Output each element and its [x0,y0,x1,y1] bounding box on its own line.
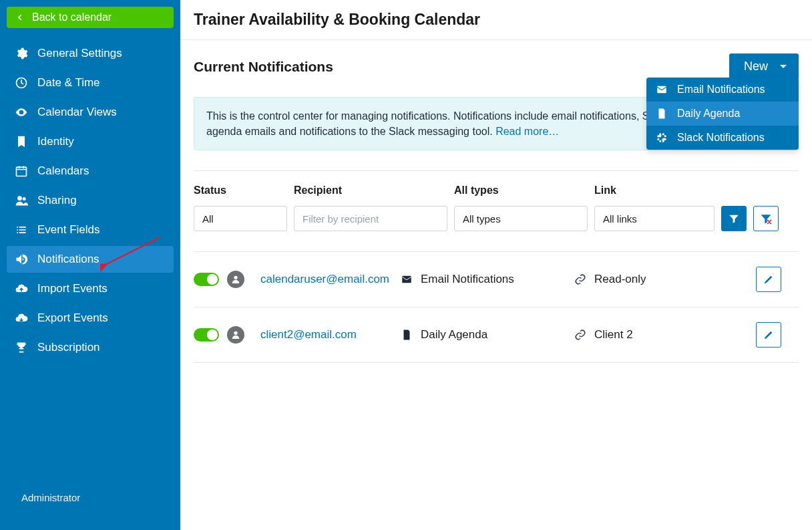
back-button-label: Back to calendar [32,11,112,23]
sidebar-item-notifications[interactable]: Notifications [7,246,174,273]
new-button[interactable]: New [729,53,799,80]
filter-label-link: Link [594,184,715,196]
status-toggle[interactable] [194,273,219,286]
pencil-icon [763,329,774,340]
new-button-label: New [744,59,768,74]
menu-item-slack-notifications[interactable]: Slack Notifications [646,126,799,150]
bookmark-icon [15,135,28,148]
link-icon [574,273,586,285]
main-content: Trainer Availability & Booking Calendar … [180,0,812,530]
sidebar-footer-role: Administrator [7,492,174,523]
clock-icon [15,76,28,90]
list-icon [15,223,28,237]
sidebar-item-label: Identity [37,135,74,148]
speaker-icon [15,253,28,266]
read-more-link[interactable]: Read more… [495,126,559,137]
section-title: Current Notifications [194,59,333,75]
status-toggle[interactable] [194,328,219,342]
sidebar-item-label: Event Fields [37,223,100,237]
caret-down-icon [780,65,787,68]
notification-link: Client 2 [574,328,748,342]
filters-row: Status All Recipient All types All types [194,184,799,231]
download-icon [15,311,28,325]
status-select[interactable]: All [194,206,287,231]
menu-item-label: Slack Notifications [677,132,765,144]
sidebar-item-general-settings[interactable]: General Settings [7,40,174,67]
eye-icon [15,106,28,119]
notification-link-label: Read-only [594,273,646,286]
edit-button[interactable] [756,322,781,348]
trophy-icon [15,341,28,354]
sidebar-item-sharing[interactable]: Sharing [7,187,174,214]
check-icon [209,276,216,283]
divider [194,170,799,171]
sidebar-item-calendars[interactable]: Calendars [7,158,174,184]
sidebar-item-label: Calendars [37,164,89,178]
document-icon [401,329,413,341]
users-icon [15,194,28,207]
apply-filter-button[interactable] [721,206,747,231]
notification-list: calendaruser@email.com Email Notificatio… [194,251,799,363]
notification-type-label: Email Notifications [421,273,514,286]
sidebar-item-label: Date & Time [37,76,100,90]
notification-row: client2@email.com Daily Agenda Client 2 [194,307,799,363]
sidebar-item-subscription[interactable]: Subscription [7,334,174,361]
notification-link: Read-only [574,273,748,286]
link-icon [574,329,586,341]
gear-icon [15,47,28,60]
avatar-icon [227,271,244,288]
envelope-icon [401,273,413,285]
sidebar-item-label: Export Events [37,311,108,325]
chevron-left-icon [16,13,24,21]
new-dropdown-menu: Email Notifications Daily Agenda Slack N… [646,78,799,150]
menu-item-email-notifications[interactable]: Email Notifications [646,78,799,102]
funnel-icon [728,213,740,225]
notification-row: calendaruser@email.com Email Notificatio… [194,251,799,307]
check-icon [209,332,216,338]
page-header: Trainer Availability & Booking Calendar [180,0,812,40]
notification-type: Daily Agenda [401,328,574,342]
edit-button[interactable] [756,267,781,292]
page-title: Trainer Availability & Booking Calendar [194,11,812,29]
filter-label-status: Status [194,184,287,196]
clear-filter-button[interactable] [753,206,779,231]
sidebar-item-export-events[interactable]: Export Events [7,305,174,332]
sidebar-item-label: Sharing [37,194,77,207]
sidebar-item-label: Calendar Views [37,106,117,119]
sidebar-item-label: General Settings [37,47,122,60]
avatar-icon [227,326,244,344]
types-select[interactable]: All types [454,206,588,231]
menu-item-daily-agenda[interactable]: Daily Agenda [646,102,799,126]
sidebar-item-date-time[interactable]: Date & Time [7,70,174,96]
filter-label-recipient: Recipient [294,184,447,196]
recipient-link[interactable]: calendaruser@email.com [260,273,389,285]
sidebar-item-label: Subscription [37,341,100,354]
recipient-link[interactable]: client2@email.com [260,328,357,341]
recipient-filter-input[interactable] [294,206,447,231]
pencil-icon [763,274,774,285]
link-select[interactable]: All links [594,206,715,231]
sidebar-menu: General Settings Date & Time Calendar Vi… [7,40,174,361]
sidebar-item-label: Import Events [37,282,108,295]
sidebar-item-event-fields[interactable]: Event Fields [7,217,174,243]
notification-type: Email Notifications [401,273,574,286]
sidebar: Back to calendar General Settings Date &… [0,0,180,530]
sidebar-item-label: Notifications [37,253,99,266]
menu-item-label: Email Notifications [677,84,765,96]
funnel-clear-icon [759,212,773,225]
menu-item-label: Daily Agenda [677,108,740,120]
sidebar-item-calendar-views[interactable]: Calendar Views [7,99,174,126]
notification-type-label: Daily Agenda [421,328,487,342]
document-icon [656,108,668,120]
envelope-icon [656,84,668,96]
filter-label-types: All types [454,184,588,196]
notification-link-label: Client 2 [594,328,633,342]
back-to-calendar-button[interactable]: Back to calendar [7,7,174,28]
slack-icon [656,132,668,144]
calendar-icon [15,164,28,178]
sidebar-item-import-events[interactable]: Import Events [7,275,174,302]
upload-icon [15,282,28,295]
sidebar-item-identity[interactable]: Identity [7,128,174,155]
